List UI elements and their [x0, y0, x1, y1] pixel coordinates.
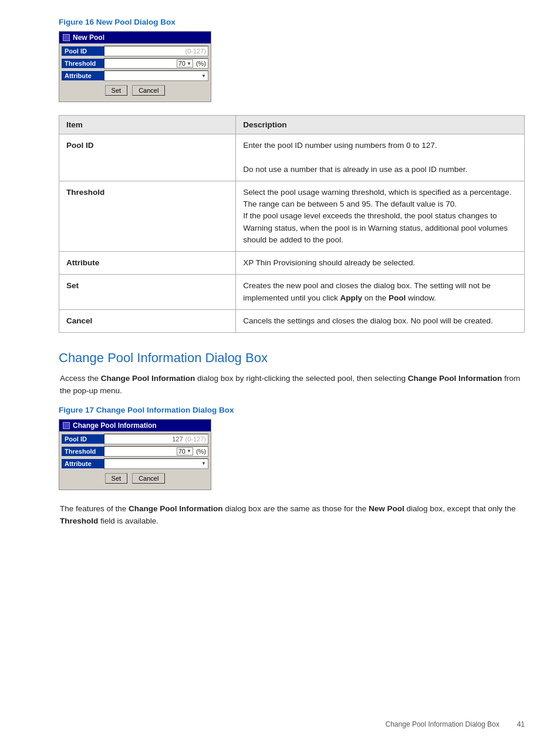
threshold-dropdown-arrow: ▼ [187, 61, 191, 66]
figure17-threshold-row: Threshold 70 ▼ (%) [62, 446, 208, 457]
figure17-threshold-value: 70 [178, 448, 185, 455]
figure16-attribute-row: Attribute ▼ [62, 70, 208, 81]
figure17-threshold-arrow: ▼ [187, 448, 191, 454]
figure17-poolid-value: 127 [172, 436, 183, 443]
figure16-poolid-field[interactable]: (0-127) [104, 46, 208, 56]
body-text-1: Access the Change Pool Information dialo… [60, 373, 525, 397]
figure16-attribute-field[interactable]: ▼ [104, 70, 208, 81]
body-text-2: The features of the Change Pool Informat… [60, 503, 525, 528]
footer-page-number: 41 [517, 720, 525, 728]
figure17-set-button[interactable]: Set [105, 473, 128, 484]
table-item-poolid: Pool ID [59, 134, 236, 181]
figure16-poolid-hint: (0-127) [185, 48, 206, 55]
page-footer: Change Pool Information Dialog Box 41 [386, 720, 525, 728]
table-header-item: Item [59, 116, 236, 134]
table-row: Pool ID Enter the pool ID number using n… [59, 134, 525, 181]
figure16-poolid-label: Pool ID [62, 46, 104, 56]
figure16-dialog-body: Pool ID (0-127) Threshold 70 ▼ (%) Attri… [59, 43, 211, 102]
figure16-threshold-pct: (%) [196, 60, 206, 67]
figure17-attribute-label: Attribute [62, 459, 104, 468]
figure16-threshold-select[interactable]: 70 ▼ [177, 59, 193, 67]
figure17-dialog-title: Change Pool Information [73, 421, 157, 430]
figure16-poolid-row: Pool ID (0-127) [62, 46, 208, 56]
figure17-dialog-titlebar: Change Pool Information [59, 420, 211, 431]
table-row: Attribute XP Thin Provisioning should al… [59, 252, 525, 275]
table-item-threshold: Threshold [59, 181, 236, 251]
figure17-attribute-select[interactable]: ▼ [104, 458, 208, 469]
table-row: Threshold Select the pool usage warning … [59, 181, 525, 251]
figure17-threshold-pct: (%) [196, 448, 206, 455]
table-desc-threshold: Select the pool usage warning threshold,… [236, 181, 525, 251]
body2-bold3: Threshold [60, 517, 98, 525]
figure16-dialog: New Pool Pool ID (0-127) Threshold 70 ▼ … [59, 31, 211, 102]
figure17-threshold-select[interactable]: 70 ▼ [177, 447, 193, 455]
figure16-threshold-value: 70 [178, 60, 185, 67]
figure17-title: Figure 17 Change Pool Information Dialog… [59, 406, 525, 414]
figure16-set-button[interactable]: Set [105, 85, 128, 96]
figure17-attribute-row: Attribute ▼ [62, 458, 208, 469]
table-desc-poolid: Enter the pool ID number using numbers f… [236, 134, 525, 181]
figure17-threshold-label: Threshold [62, 447, 104, 456]
figure17-attribute-field[interactable]: ▼ [104, 458, 208, 469]
attribute-dropdown-arrow: ▼ [201, 73, 206, 79]
table-item-cancel: Cancel [59, 309, 236, 332]
table-desc-cancel: Cancels the settings and closes the dial… [236, 309, 525, 332]
figure16-title: Figure 16 New Pool Dialog Box [59, 18, 525, 26]
figure17-dialog-icon [63, 422, 70, 429]
figure17-buttons: Set Cancel [62, 471, 208, 487]
figure16-dialog-title: New Pool [73, 33, 104, 42]
body2-bold1: Change Pool Information [129, 504, 223, 513]
figure16-threshold-row: Threshold 70 ▼ (%) [62, 58, 208, 69]
pool-info-table: Item Description Pool ID Enter the pool … [59, 115, 525, 333]
figure16-threshold-label: Threshold [62, 59, 104, 68]
figure17-poolid-field[interactable]: 127 (0-127) [104, 434, 208, 444]
table-row: Cancel Cancels the settings and closes t… [59, 309, 525, 332]
figure17-poolid-label: Pool ID [62, 434, 104, 444]
footer-section-name: Change Pool Information Dialog Box [386, 720, 500, 728]
dialog-titlebar-icon [63, 34, 70, 41]
body1-bold1: Change Pool Information [101, 374, 195, 383]
table-item-set: Set [59, 275, 236, 310]
figure16-cancel-button[interactable]: Cancel [132, 85, 165, 96]
table-item-attribute: Attribute [59, 252, 236, 275]
figure16-attribute-select[interactable]: ▼ [104, 70, 208, 81]
figure16-buttons: Set Cancel [62, 83, 208, 99]
table-desc-attribute: XP Thin Provisioning should already be s… [236, 252, 525, 275]
figure17-dialog: Change Pool Information Pool ID 127 (0-1… [59, 419, 211, 490]
figure17-dialog-body: Pool ID 127 (0-127) Threshold 70 ▼ (%) A… [59, 431, 211, 490]
figure16-attribute-label: Attribute [62, 71, 104, 80]
body1-middle: dialog box by right-clicking the selecte… [195, 374, 407, 383]
body2-after: field is available. [98, 517, 158, 525]
table-desc-set: Creates the new pool and closes the dial… [236, 275, 525, 310]
table-header-description: Description [236, 116, 525, 134]
body1-bold2: Change Pool Information [408, 374, 502, 383]
figure17-threshold-field[interactable]: 70 ▼ (%) [104, 446, 208, 457]
figure17-attribute-arrow: ▼ [201, 461, 206, 466]
section-heading: Change Pool Information Dialog Box [59, 350, 525, 366]
body2-middle1: dialog box are the same as those for the [223, 504, 369, 513]
body2-bold2: New Pool [369, 504, 404, 513]
figure16-dialog-titlebar: New Pool [59, 32, 211, 43]
body2-middle2: dialog box, except that only the [404, 504, 516, 513]
body2-before: The features of the [60, 504, 129, 513]
table-row: Set Creates the new pool and closes the … [59, 275, 525, 310]
figure17-poolid-row: Pool ID 127 (0-127) [62, 434, 208, 444]
figure17-poolid-hint: (0-127) [185, 436, 206, 443]
figure17-cancel-button[interactable]: Cancel [132, 473, 165, 484]
figure16-threshold-field[interactable]: 70 ▼ (%) [104, 58, 208, 69]
body1-before: Access the [60, 374, 101, 383]
